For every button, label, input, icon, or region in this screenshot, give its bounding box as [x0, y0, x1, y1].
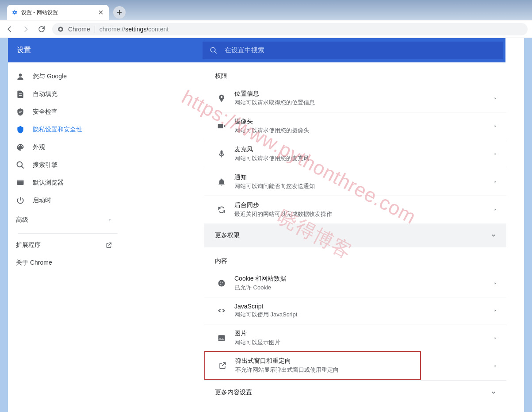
reload-button[interactable] — [36, 24, 47, 35]
security-check-icon — [16, 108, 25, 116]
chevron-down-icon — [107, 217, 112, 223]
sidebar-item-label: 隐私设置和安全性 — [33, 126, 82, 134]
power-icon — [16, 196, 25, 205]
row-javascript[interactable]: JavaScript网站可以使用 JavaScript — [204, 297, 506, 324]
svg-point-8 — [218, 280, 225, 287]
omnibox-url: chrome://settings/content — [100, 26, 168, 33]
cookie-icon — [215, 279, 228, 288]
chevron-right-icon — [493, 96, 498, 100]
svg-point-2 — [211, 47, 215, 52]
tab-strip: 设置 - 网站设置 — [0, 0, 532, 20]
sidebar-advanced[interactable]: 高级 — [8, 209, 122, 231]
image-icon — [215, 334, 228, 343]
chevron-right-icon — [493, 152, 498, 156]
row-camera[interactable]: 摄像头网站可以请求使用您的摄像头 — [204, 112, 506, 140]
address-bar[interactable]: Chrome chrome://settings/content — [52, 23, 528, 35]
sidebar-item-autofill[interactable]: 自动填充 — [8, 85, 119, 103]
person-icon — [16, 72, 25, 81]
browser-tab[interactable]: 设置 - 网站设置 — [7, 5, 109, 20]
chevron-down-icon — [490, 232, 497, 239]
chevron-right-icon — [493, 124, 498, 128]
appearance-icon — [16, 143, 25, 152]
sidebar-item-you-and-google[interactable]: 您与 Google — [8, 68, 119, 85]
row-cookies[interactable]: Cookie 和网站数据已允许 Cookie — [204, 270, 506, 297]
sidebar: 您与 Google 自动填充 安全检查 隐私设置和安全性 外观 搜索引擎 默认浏… — [8, 62, 122, 412]
svg-point-4 — [17, 162, 23, 167]
location-icon — [215, 94, 228, 103]
external-link-icon — [105, 242, 112, 249]
browser-toolbar: Chrome chrome://settings/content — [0, 20, 532, 38]
svg-rect-6 — [17, 180, 24, 181]
search-placeholder: 在设置中搜索 — [225, 46, 264, 54]
sidebar-item-label: 外观 — [33, 143, 45, 151]
sidebar-item-label: 启动时 — [33, 196, 51, 204]
divider — [95, 26, 95, 33]
row-images[interactable]: 图片网站可以显示图片 — [204, 324, 506, 352]
forward-button[interactable] — [20, 24, 31, 35]
omnibox-scheme: Chrome — [68, 26, 90, 33]
row-background-sync[interactable]: 后台同步最近关闭的网站可以完成数据收发操作 — [204, 196, 506, 223]
section-label-permissions: 权限 — [204, 62, 506, 85]
search-icon — [16, 161, 25, 169]
section-label-content: 内容 — [204, 247, 506, 270]
sidebar-item-label: 搜索引擎 — [33, 161, 57, 169]
sidebar-extensions[interactable]: 扩展程序 — [8, 236, 122, 254]
chevron-right-icon — [493, 336, 498, 340]
gear-icon — [11, 9, 18, 15]
sidebar-item-label: 默认浏览器 — [33, 179, 64, 187]
new-tab-button[interactable] — [113, 6, 126, 19]
close-tab-button[interactable] — [97, 9, 104, 16]
chevron-right-icon — [493, 180, 498, 184]
sidebar-item-on-startup[interactable]: 启动时 — [8, 192, 119, 209]
autofill-icon — [16, 90, 25, 99]
row-popups-redirects[interactable]: 弹出式窗口和重定向不允许网站显示弹出式窗口或使用重定向 — [204, 351, 421, 380]
sidebar-about-chrome[interactable]: 关于 Chrome — [8, 254, 122, 272]
default-browser-icon — [16, 178, 25, 187]
svg-point-3 — [19, 73, 22, 77]
more-permissions[interactable]: 更多权限 — [204, 223, 506, 247]
camera-icon — [215, 123, 228, 129]
chrome-page-icon — [57, 26, 64, 32]
code-icon — [215, 306, 228, 315]
main-panel: 权限 位置信息网站可以请求取得您的位置信息 摄像头网站可以请求使用您的摄像头 麦… — [204, 62, 506, 412]
row-location[interactable]: 位置信息网站可以请求取得您的位置信息 — [204, 85, 506, 112]
privacy-icon — [16, 125, 25, 134]
divider — [18, 233, 118, 234]
bell-icon — [215, 177, 228, 186]
sidebar-item-label: 安全检查 — [33, 108, 57, 116]
chevron-right-icon — [493, 364, 498, 368]
chevron-right-icon — [493, 281, 498, 285]
svg-point-1 — [59, 28, 61, 30]
settings-search[interactable]: 在设置中搜索 — [203, 42, 503, 59]
sidebar-item-privacy[interactable]: 隐私设置和安全性 — [8, 121, 119, 139]
sidebar-item-search-engine[interactable]: 搜索引擎 — [8, 156, 119, 174]
row-notifications[interactable]: 通知网站可以询问能否向您发送通知 — [204, 168, 506, 196]
sidebar-item-default-browser[interactable]: 默认浏览器 — [8, 174, 119, 192]
back-button[interactable] — [4, 24, 15, 35]
page-title: 设置 — [17, 46, 203, 55]
svg-point-10 — [222, 282, 223, 283]
sidebar-item-appearance[interactable]: 外观 — [8, 139, 119, 156]
svg-point-9 — [220, 281, 221, 282]
sidebar-item-safety-check[interactable]: 安全检查 — [8, 103, 119, 121]
tab-title: 设置 - 网站设置 — [21, 9, 58, 16]
settings-header: 设置 在设置中搜索 — [8, 38, 505, 62]
mic-icon — [215, 150, 228, 158]
sidebar-item-label: 您与 Google — [33, 73, 67, 81]
chevron-right-icon — [493, 308, 498, 313]
sidebar-item-label: 自动填充 — [33, 90, 57, 98]
svg-point-11 — [220, 284, 221, 285]
chevron-down-icon — [490, 389, 497, 396]
popup-icon — [216, 361, 229, 370]
search-icon — [210, 46, 218, 54]
sync-icon — [215, 205, 228, 214]
more-content-settings[interactable]: 更多内容设置 — [204, 380, 506, 404]
row-microphone[interactable]: 麦克风网站可以请求使用您的麦克风 — [204, 140, 506, 168]
chevron-right-icon — [493, 208, 498, 212]
svg-rect-7 — [218, 124, 223, 128]
